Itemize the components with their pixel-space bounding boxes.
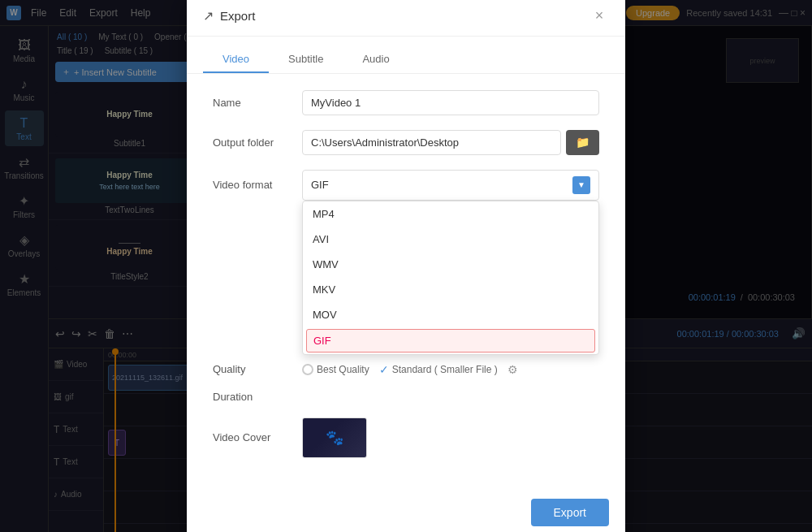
dialog-body: Name Output folder 📁 Video format	[187, 74, 625, 489]
output-label: Output folder	[213, 136, 302, 149]
duration-label: Duration	[213, 391, 302, 403]
dialog-title: ↗ Export	[203, 8, 255, 24]
output-folder-row: Output folder 📁	[213, 130, 599, 155]
export-button[interactable]: Export	[531, 499, 609, 526]
format-option-mp4[interactable]: MP4	[303, 201, 598, 227]
cover-preview: 🐾	[303, 418, 366, 457]
tab-audio[interactable]: Audio	[343, 46, 408, 73]
dialog-header: ↗ Export ×	[187, 0, 625, 37]
duration-row: Duration	[213, 391, 599, 403]
tab-video[interactable]: Video	[203, 46, 269, 73]
quality-gear-icon[interactable]: ⚙	[508, 363, 518, 376]
format-option-mkv[interactable]: MKV	[303, 277, 598, 302]
format-option-avi[interactable]: AVI	[303, 227, 598, 252]
quality-standard[interactable]: ✓ Standard ( Smaller File )	[379, 363, 498, 376]
dialog-title-text: Export	[220, 9, 255, 23]
quality-best-radio[interactable]	[302, 364, 313, 375]
tab-subtitle[interactable]: Subtitle	[269, 46, 343, 73]
folder-row: 📁	[302, 130, 599, 155]
dialog-tabs: Video Subtitle Audio	[187, 37, 625, 74]
dialog-backdrop: ↗ Export × Video Subtitle Audio Name Out…	[0, 0, 812, 532]
check-icon: ✓	[379, 363, 389, 376]
name-control	[302, 90, 599, 115]
format-dropdown: MP4 AVI WMV MKV MOV GIF	[302, 201, 599, 355]
cover-preview-icon: 🐾	[326, 429, 343, 447]
format-select-button[interactable]: GIF ▼	[302, 170, 599, 201]
cover-row: Video Cover 🐾	[213, 417, 599, 458]
cover-control: 🐾	[302, 417, 599, 458]
quality-row: Quality Best Quality ✓ Standard ( Smalle…	[213, 363, 599, 376]
dialog-close-button[interactable]: ×	[590, 6, 609, 26]
export-dialog: ↗ Export × Video Subtitle Audio Name Out…	[187, 0, 625, 532]
quality-standard-label: Standard ( Smaller File )	[392, 364, 498, 375]
browse-folder-button[interactable]: 📁	[566, 130, 599, 155]
quality-options: Best Quality ✓ Standard ( Smaller File )…	[302, 363, 599, 376]
quality-best[interactable]: Best Quality	[302, 364, 369, 375]
export-icon: ↗	[203, 8, 214, 24]
chevron-down-icon: ▼	[572, 176, 590, 194]
format-control: GIF ▼ MP4 AVI WMV MKV MOV GIF	[302, 170, 599, 201]
cover-label: Video Cover	[213, 431, 302, 443]
video-cover-thumbnail[interactable]: 🐾	[302, 417, 367, 458]
folder-input[interactable]	[302, 130, 561, 155]
output-control: 📁	[302, 130, 599, 155]
format-selected-text: GIF	[311, 179, 329, 191]
quality-label: Quality	[213, 363, 302, 375]
quality-best-label: Best Quality	[317, 364, 369, 375]
name-label: Name	[213, 97, 302, 109]
format-label: Video format	[213, 179, 302, 191]
format-option-mov[interactable]: MOV	[303, 302, 598, 327]
quality-control: Best Quality ✓ Standard ( Smaller File )…	[302, 363, 599, 376]
format-row: Video format GIF ▼ MP4 AVI WMV MKV	[213, 170, 599, 201]
name-row: Name	[213, 90, 599, 115]
dialog-footer: Export	[187, 489, 625, 533]
format-wrapper: GIF ▼ MP4 AVI WMV MKV MOV GIF	[302, 170, 599, 201]
format-option-gif[interactable]: GIF	[306, 329, 595, 353]
name-input[interactable]	[302, 90, 599, 115]
format-option-wmv[interactable]: WMV	[303, 252, 598, 277]
